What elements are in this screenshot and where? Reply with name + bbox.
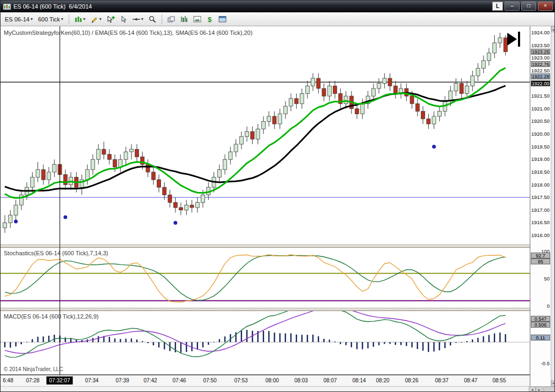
price-axis-label: 1918.50 — [530, 169, 550, 175]
chart-style-button[interactable]: ▾ — [72, 14, 87, 25]
strategy-entry-dot — [432, 145, 436, 149]
price-axis-label: 1919.00 — [530, 157, 550, 162]
layout-icon — [167, 16, 175, 23]
window-icon — [218, 16, 227, 23]
time-axis-label: 07:28 — [26, 378, 39, 383]
macd-svg[interactable] — [1, 311, 530, 374]
toolbar: ES 06-14▾ 600 Tick▾ ▾ ▾ ▾ — [1, 12, 554, 26]
time-axis-label: 08:07 — [323, 378, 337, 383]
axis-value-badge: 1922.28 — [531, 73, 550, 79]
pointer-button[interactable] — [118, 14, 129, 25]
stochastics-label: Stochastics(ES 06-14 (600 Tick),7,14,3) — [4, 250, 108, 256]
go-to-end-icon — [518, 32, 520, 47]
axis-value-badge: 1922.00 — [531, 80, 550, 86]
price-axis-label: 1924.00 — [530, 30, 550, 35]
toolbar-separator — [162, 14, 162, 24]
stoch-axis-label: 50 — [530, 276, 550, 282]
stochastics-panel: Stochastics(ES 06-14 (600 Tick),7,14,3) — [1, 248, 530, 308]
sma-line — [5, 86, 506, 191]
stoch-k-line — [5, 254, 506, 302]
scroll-right-arrow-icon[interactable]: ► — [536, 387, 543, 392]
pencil-icon — [91, 15, 98, 23]
horizontal-scrollbar[interactable]: ◄ ► — [1, 386, 555, 392]
ema-line — [5, 68, 506, 198]
time-axis-label: 07:46 — [172, 378, 186, 383]
axis-value-badge: 1923.25 — [531, 49, 550, 55]
price-axis-label: 1917.00 — [530, 208, 550, 213]
price-axis-label: 1920.00 — [530, 131, 550, 137]
time-axis-label: 07:42 — [143, 378, 157, 383]
drawing-tools-button[interactable]: ▾ — [89, 14, 104, 25]
time-axis-label: 6:48 — [3, 378, 13, 383]
chevron-down-icon: ▾ — [31, 17, 33, 21]
main-chart-svg[interactable] — [1, 26, 530, 245]
time-axis-label: 08:37 — [435, 378, 448, 383]
scroll-down-arrow-icon[interactable]: ▼ — [551, 380, 555, 386]
interval-selector[interactable]: 600 Tick▾ — [36, 14, 65, 25]
close-button[interactable]: × — [538, 2, 553, 11]
photo-icon — [193, 16, 201, 23]
vertical-scrollbar[interactable]: ▲ ▼ — [551, 26, 555, 386]
go-to-end-icon — [507, 33, 517, 46]
data-box-button[interactable] — [178, 14, 190, 25]
add-drawing-button[interactable] — [105, 14, 117, 25]
svg-text:$: $ — [208, 16, 212, 23]
snapshot-button[interactable] — [191, 14, 203, 25]
price-axis-label: 1921.00 — [530, 106, 550, 112]
instrument-selector[interactable]: ES 06-14▾ — [3, 14, 35, 25]
time-axis-label: 08:55 — [492, 378, 506, 383]
macd-panel: MACD(ES 06-14 (600 Tick),12,26,9) — [1, 311, 530, 374]
time-axis-label: 07:34 — [85, 378, 98, 383]
scroll-left-arrow-icon[interactable]: ◄ — [529, 387, 536, 392]
strategy-indicator-label: MyCustomStrategyforKen(60,10) / EMA(ES 0… — [4, 29, 252, 36]
window-title: ES 06-14 (600 Tick) 6/4/2014 — [13, 3, 92, 10]
copyright-text: © 2014 NinjaTrader, LLC — [4, 366, 63, 372]
link-button[interactable]: L — [492, 2, 503, 11]
time-axis-label: 08:03 — [294, 378, 308, 383]
stoch-axis-label: 0 — [530, 304, 550, 309]
toolbar-separator — [69, 14, 69, 24]
ninjatrader-chart-window: ES 06-14 (600 Tick) 6/4/2014 L – □ × ES … — [0, 0, 555, 392]
stoch-d-line — [5, 255, 506, 300]
price-axis[interactable]: 1924.001923.501923.001922.501922.001921.… — [530, 26, 551, 386]
cursor-plus-icon — [107, 16, 115, 23]
chevron-down-icon: ▾ — [99, 17, 101, 21]
candles-icon — [75, 16, 82, 23]
time-axis[interactable]: 07:32:07 6:4807:2807:3407:3907:4207:4607… — [1, 375, 530, 386]
chart-trader-button[interactable] — [216, 14, 229, 25]
macd-label: MACD(ES 06-14 (600 Tick),12,26,9) — [4, 313, 99, 320]
crosshair-button[interactable]: ▾ — [130, 14, 145, 25]
price-axis-label: 1922.50 — [530, 68, 550, 73]
chevron-down-icon: ▾ — [83, 17, 85, 21]
strategy-entry-dot — [14, 220, 18, 224]
axis-value-badge: 92.7 — [531, 253, 550, 258]
stochastics-svg[interactable] — [1, 248, 530, 308]
instrument-label: ES 06-14 — [5, 16, 30, 23]
price-axis-label: 1916.00 — [530, 233, 550, 238]
price-axis-label: 1919.50 — [530, 144, 550, 150]
time-axis-label: 07:50 — [203, 378, 216, 383]
price-panel: MyCustomStrategyforKen(60,10) / EMA(ES 0… — [1, 26, 530, 245]
dollar-icon: $ — [207, 16, 213, 23]
axis-value-badge: 0.506 — [531, 322, 550, 328]
macd-axis-label: -0.5 — [530, 361, 550, 366]
time-axis-label: 08:00 — [265, 378, 279, 383]
indicator-button[interactable]: $ — [205, 14, 215, 25]
price-axis-label: 1917.50 — [530, 195, 550, 200]
resize-grip[interactable] — [543, 387, 555, 392]
zoom-button[interactable] — [147, 14, 158, 25]
layout-button[interactable] — [165, 14, 177, 25]
axis-value-badge: 0.11 — [531, 335, 550, 341]
candles — [3, 33, 508, 233]
strategy-entry-dot — [63, 216, 67, 219]
price-axis-label: 1923.00 — [530, 55, 550, 61]
time-axis-label: 08:14 — [352, 378, 366, 383]
time-axis-label: 07:39 — [115, 378, 129, 383]
magnifier-icon — [149, 16, 156, 23]
minimize-button[interactable]: – — [505, 2, 520, 11]
scroll-up-arrow-icon[interactable]: ▲ — [551, 26, 555, 32]
maximize-button[interactable]: □ — [521, 2, 536, 11]
app-icon — [3, 3, 11, 10]
columns-icon — [180, 16, 188, 23]
titlebar[interactable]: ES 06-14 (600 Tick) 6/4/2014 L – □ × — [1, 1, 554, 12]
